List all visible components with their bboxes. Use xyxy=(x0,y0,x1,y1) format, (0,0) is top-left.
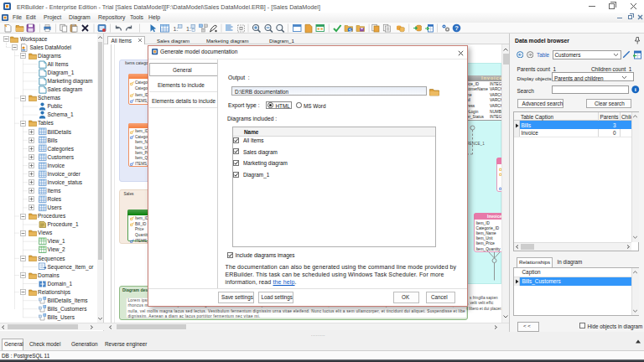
svg-text:S: S xyxy=(349,28,352,33)
svg-text:i: i xyxy=(635,86,636,93)
svg-text:?: ? xyxy=(454,24,459,32)
svg-text:1:: 1: xyxy=(174,26,179,32)
svg-text:1:: 1: xyxy=(186,26,191,32)
